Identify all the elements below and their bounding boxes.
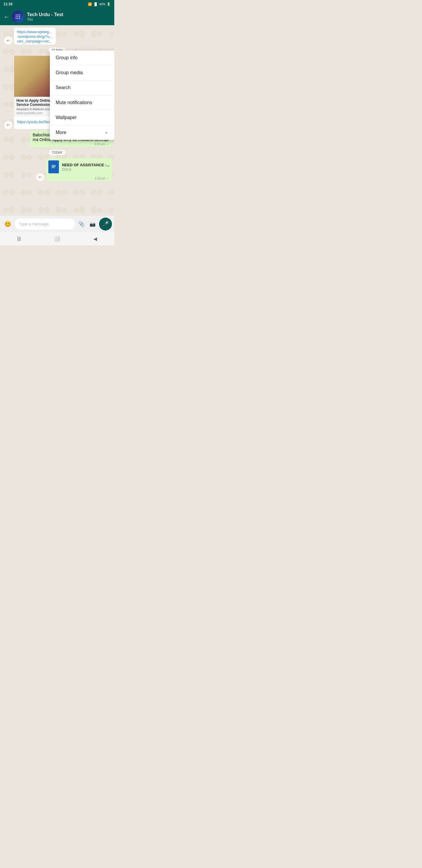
menu-item-wallpaper[interactable]: Wallpaper — [50, 110, 114, 125]
menu-item-group-info[interactable]: Group info — [50, 51, 114, 65]
nav-back-icon: ◀ — [94, 236, 97, 242]
message-row: ↩ https://www.wpbeg...-wordpress-blog/?u… — [2, 28, 112, 44]
chat-area: ↩ https://www.wpbeg...-wordpress-blog/?u… — [0, 25, 114, 216]
input-bar: 😊 Type a message 📎 📷 🎤 — [0, 216, 114, 232]
document-name: NEED OF ASSISTANCE -... — [62, 163, 109, 167]
nav-home-icon: ⬜ — [54, 236, 60, 242]
document-type: DOCX — [62, 168, 109, 171]
chat-subtitle: You — [27, 17, 111, 22]
message-bubble: https://www.wpbeg...-wordpress-blog/?u..… — [14, 28, 56, 44]
nav-back-button[interactable]: ◀ — [89, 234, 101, 243]
svg-rect-2 — [52, 166, 56, 167]
document-icon — [48, 160, 59, 173]
navigation-bar: ||| ⬜ ◀ — [0, 232, 114, 245]
menu-item-more[interactable]: More ► — [50, 125, 114, 140]
chevron-right-icon: ► — [105, 130, 108, 134]
date-separator: TODAY — [2, 150, 112, 155]
input-placeholder: Type a message — [19, 222, 49, 226]
message-input[interactable]: Type a message — [15, 218, 75, 229]
document-info: NEED OF ASSISTANCE -... DOCX — [62, 163, 109, 171]
mic-button[interactable]: 🎤 — [99, 218, 112, 230]
back-button[interactable]: ← — [3, 13, 9, 20]
message-time: 2:16 am ✓ — [49, 177, 109, 180]
nav-menu-icon: ||| — [17, 236, 21, 241]
message-row: ↩ NEED OF ASSISTANCE -... DOCX — [2, 158, 112, 181]
status-time: 11:16 — [3, 2, 12, 6]
signal-icon: ▐▌ — [93, 2, 98, 6]
chat-header: ← Tech Urdu - Test You — [0, 8, 114, 25]
chat-title: Tech Urdu - Test — [27, 12, 111, 17]
svg-rect-3 — [52, 167, 55, 168]
attach-button[interactable]: 📎 — [77, 219, 86, 229]
status-bar: 11:16 📶 ▐▌ 40% 🔋 — [0, 0, 114, 8]
menu-item-group-media[interactable]: Group media — [50, 65, 114, 80]
header-info[interactable]: Tech Urdu - Test You — [27, 12, 111, 22]
forward-button[interactable]: ↩ — [4, 36, 12, 44]
avatar[interactable] — [12, 10, 24, 23]
forward-button[interactable]: ↩ — [4, 121, 12, 129]
camera-button[interactable]: 📷 — [88, 219, 97, 229]
battery-icon: 🔋 — [107, 2, 111, 6]
nav-menu-button[interactable]: ||| — [13, 234, 25, 243]
document-preview[interactable]: NEED OF ASSISTANCE -... DOCX — [46, 158, 112, 176]
menu-item-search[interactable]: Search — [50, 80, 114, 95]
dropdown-menu: Group info Group media Search Mute notif… — [50, 51, 114, 140]
svg-rect-1 — [52, 165, 56, 166]
nav-home-button[interactable]: ⬜ — [51, 234, 63, 243]
status-icons: 📶 ▐▌ 40% 🔋 — [88, 2, 111, 6]
date-label: TODAY — [49, 150, 66, 155]
forward-button[interactable]: ↩ — [36, 173, 44, 181]
menu-item-mute-notifications[interactable]: Mute notifications — [50, 95, 114, 110]
battery-label: 40% — [99, 2, 105, 6]
emoji-button[interactable]: 😊 — [2, 219, 13, 229]
wifi-icon: 📶 — [88, 2, 92, 6]
link-text[interactable]: https://www.wpbeg...-wordpress-blog/?u..… — [17, 30, 53, 43]
message-bubble-doc: NEED OF ASSISTANCE -... DOCX 2:16 am ✓ — [46, 158, 112, 181]
message-time: 6:06 am ✓ — [33, 143, 109, 146]
